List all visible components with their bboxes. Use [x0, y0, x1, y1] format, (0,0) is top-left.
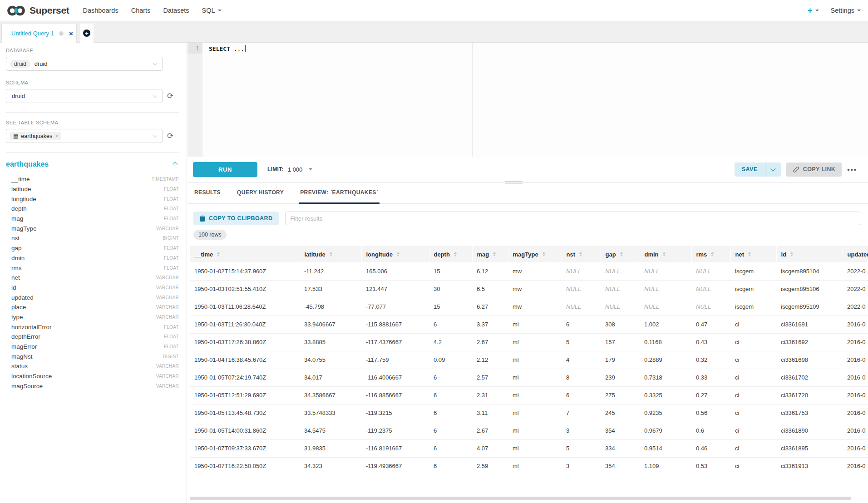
collapse-table-icon[interactable] [173, 162, 178, 167]
table-cell: ml [508, 404, 562, 422]
column-header-rms[interactable]: rms [691, 246, 730, 262]
column-header-label: dmin [645, 251, 659, 258]
close-tab-icon[interactable]: × [69, 30, 73, 37]
column-header-updated[interactable]: updated [843, 246, 868, 262]
column-header-nst[interactable]: nst [562, 246, 601, 262]
table-cell: NULL [601, 280, 640, 298]
column-header-mag[interactable]: mag [472, 246, 508, 262]
column-header-__time[interactable]: __time [190, 246, 300, 262]
remove-table-icon[interactable]: × [55, 133, 58, 139]
run-button[interactable]: RUN [193, 162, 257, 177]
column-header-id[interactable]: id [776, 246, 843, 262]
sort-icon[interactable] [748, 252, 751, 256]
schema-column-row: magErrorFLOAT [6, 342, 179, 352]
column-name: nst [11, 235, 20, 242]
refresh-tables-icon[interactable]: ⟳ [167, 132, 173, 140]
table-row: 1950-01-03T02:51:55.410Z17.533121.447306… [190, 280, 868, 298]
save-button[interactable]: SAVE [735, 166, 765, 173]
table-cell: 30 [429, 280, 472, 298]
table-cell: 34.5475 [300, 422, 361, 439]
horizontal-scrollbar[interactable] [190, 497, 865, 500]
table-cell: 334 [601, 439, 640, 457]
add-query-tab-button[interactable]: + [80, 24, 94, 43]
column-header-latitude[interactable]: latitude [300, 246, 361, 262]
table-cell: 3.37 [472, 316, 508, 333]
sort-icon[interactable] [790, 252, 793, 256]
column-header-label: rms [696, 251, 707, 258]
table-cell: 34.323 [300, 457, 361, 475]
nav-item-charts[interactable]: Charts [125, 0, 157, 21]
editor-toolbar: RUN LIMIT: 1 000 SAVE COPY LINK ••• [187, 157, 868, 182]
superset-logo[interactable]: Superset [0, 5, 76, 17]
schema-select[interactable]: druid [6, 89, 163, 103]
sort-icon[interactable] [711, 252, 714, 256]
limit-dropdown[interactable]: LIMIT: 1 000 [267, 166, 312, 173]
nav-item-dashboards[interactable]: Dashboards [76, 0, 124, 21]
save-options-button[interactable] [765, 168, 781, 171]
column-header-magType[interactable]: magType [508, 246, 562, 262]
filter-results-input[interactable] [285, 212, 860, 225]
results-tab-results[interactable]: RESULTS [193, 189, 222, 203]
sqllab-left-sidebar: DATABASE druid druid SCHEMA druid ⟳ SEE … [0, 43, 187, 503]
new-item-menu[interactable]: + [808, 6, 819, 15]
scrollbar-thumb[interactable] [190, 497, 851, 500]
sort-icon[interactable] [663, 252, 666, 256]
table-cell: 0.1168 [640, 333, 691, 351]
results-tab-preview-earthquakes[interactable]: PREVIEW: `EARTHQUAKES` [299, 189, 380, 203]
query-tab-untitled-query-1[interactable]: Untitled Query 1 × [1, 24, 77, 43]
nav-item-sql[interactable]: SQL [196, 0, 228, 21]
column-header-gap[interactable]: gap [601, 246, 640, 262]
sort-icon[interactable] [620, 252, 623, 256]
table-cell: 2022-0 [843, 262, 868, 280]
refresh-schema-icon[interactable]: ⟳ [167, 92, 173, 100]
column-header-longitude[interactable]: longitude [361, 246, 429, 262]
database-select[interactable]: druid druid [6, 57, 163, 71]
table-select[interactable]: ▦ earthquakes × [6, 129, 163, 143]
sql-editor[interactable]: 1 SELECT ... [187, 43, 868, 157]
table-cell: ci [730, 439, 776, 457]
copy-to-clipboard-button[interactable]: COPY TO CLIPBOARD [193, 212, 279, 225]
table-cell: 17.533 [300, 280, 361, 298]
table-row: 1950-01-05T14:00:31.860Z34.5475-119.2375… [190, 422, 868, 439]
settings-menu[interactable]: Settings [831, 7, 861, 14]
sort-icon[interactable] [579, 252, 582, 256]
column-name: gap [11, 245, 22, 252]
top-navbar: Superset Dashboards Charts Datasets SQL … [0, 0, 868, 21]
table-cell: 275 [601, 386, 640, 404]
sort-icon[interactable] [493, 252, 496, 256]
table-cell: ci3361691 [776, 316, 843, 333]
sort-icon[interactable] [217, 252, 220, 256]
table-cell: NULL [562, 280, 601, 298]
sort-icon[interactable] [454, 252, 457, 256]
table-row: 1950-01-05T12:51:29.690Z34.3586667-116.8… [190, 386, 868, 404]
column-header-net[interactable]: net [730, 246, 776, 262]
column-header-dmin[interactable]: dmin [640, 246, 691, 262]
plus-circle-icon: + [83, 30, 90, 37]
schema-column-row: depthFLOAT [6, 204, 179, 214]
nav-item-datasets[interactable]: Datasets [157, 0, 195, 21]
table-cell: 157 [601, 333, 640, 351]
editor-code-area[interactable]: SELECT ... [202, 43, 868, 157]
column-header-label: mag [477, 251, 489, 258]
table-cell: 31.9835 [300, 439, 361, 457]
table-cell: 7 [562, 404, 601, 422]
schema-column-row: nstBIGINT [6, 233, 179, 243]
column-header-depth[interactable]: depth [429, 246, 472, 262]
table-cell: NULL [562, 262, 601, 280]
table-schema-title[interactable]: earthquakes [6, 160, 49, 168]
database-label: DATABASE [6, 48, 179, 53]
sort-icon[interactable] [330, 252, 332, 256]
table-cell: 2.59 [472, 457, 508, 475]
chevron-down-icon [218, 10, 222, 11]
sort-icon[interactable] [397, 252, 399, 256]
results-tab-query-history[interactable]: QUERY HISTORY [236, 189, 285, 203]
table-cell: ml [508, 386, 562, 404]
copy-link-button[interactable]: COPY LINK [786, 163, 842, 177]
table-cell: 0.6 [691, 422, 730, 439]
table-cell: iscgem895104 [776, 262, 843, 280]
sort-icon[interactable] [542, 252, 545, 256]
column-name: depthError [11, 333, 40, 340]
table-icon: ▦ [13, 133, 18, 139]
more-options-button[interactable]: ••• [847, 166, 857, 173]
table-cell: -77.077 [361, 298, 429, 316]
